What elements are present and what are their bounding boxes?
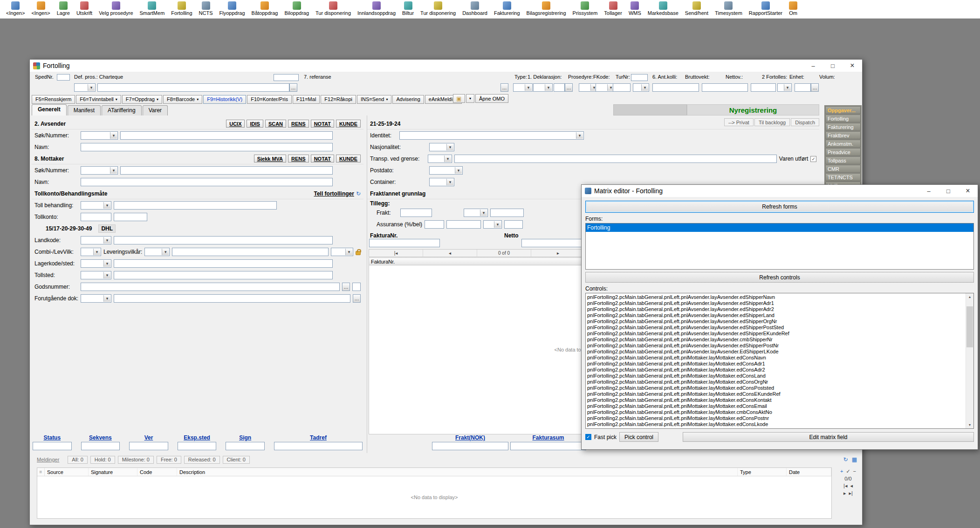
toolbar-item[interactable]: <Ingen> [3,1,28,16]
enhet-combo[interactable] [777,83,792,92]
fakturasum-header[interactable]: Fakturasum [532,434,564,441]
status-column-input[interactable] [129,442,168,450]
frakt-valuta-combo[interactable] [464,209,488,217]
refresh-controls-button[interactable]: Refresh controls [585,272,974,283]
mottaker-action-button[interactable]: RENS [288,155,309,162]
prosedyre-browse-button[interactable] [565,83,573,92]
function-key-button[interactable]: F5=Rensskjerm [32,95,75,104]
refresh-forms-button[interactable]: Refresh forms [585,201,974,213]
refresh-icon[interactable] [843,456,848,463]
forutgaende-input[interactable] [114,294,350,303]
controls-list-item[interactable]: pnlFortolling2.pcMain.tabGeneral.pnlLeft… [587,373,964,379]
avsender-navn-input[interactable] [81,143,333,151]
toolbar-item[interactable]: Flyoppdrag [216,1,248,16]
tell-fortollinger-link[interactable]: Tell fortollinger [314,190,354,197]
minimize-button[interactable] [803,60,823,72]
controls-list-item[interactable]: pnlFortolling2.pcMain.tabGeneral.pnlLeft… [587,427,964,429]
sidebar-item[interactable]: Oppgaver... [825,106,861,114]
avsender-action-button[interactable]: KUNDE [336,120,361,128]
edit-matrix-field-button[interactable]: Edit matrix field [683,432,974,442]
assuranse-nok-input[interactable] [504,220,523,229]
container-combo[interactable] [429,178,454,186]
controls-list[interactable]: pnlFortolling2.pcMain.tabGeneral.pnlLeft… [585,293,974,429]
controls-list-item[interactable]: pnlFortolling2.pcMain.tabGeneral.pnlLeft… [587,421,964,427]
leveringsvilkar-combo[interactable] [144,248,170,256]
assuranse-valuta-combo[interactable] [483,220,502,229]
status-column-header[interactable]: Eksp.sted [184,434,210,441]
meldinger-filter-button[interactable]: Free: 0 [157,456,181,464]
toolbar-item[interactable]: Dashboard [459,1,491,16]
forms-list[interactable]: Fortolling [585,223,974,270]
turnr-input[interactable] [631,74,648,81]
controls-list-item[interactable]: pnlFortolling2.pcMain.tabGeneral.pnlLeft… [587,355,964,361]
toolbar-item[interactable]: Velg prosedyre [96,1,136,16]
nav-next-icon[interactable] [843,490,846,496]
maximize-button[interactable] [823,60,843,72]
tollsted-combo[interactable] [81,271,111,279]
controls-list-item[interactable]: pnlFortolling2.pcMain.tabGeneral.pnlLeft… [587,403,964,409]
controls-list-item[interactable]: pnlFortolling2.pcMain.tabGeneral.pnlLeft… [587,331,964,337]
frakt-belop-input[interactable] [400,209,432,217]
bruttovekt-input[interactable] [652,83,699,92]
mottaker-nummer-combo[interactable] [81,166,118,175]
function-key-button[interactable]: F9=Historikk(V) [203,95,246,104]
nav-prev-icon[interactable] [850,483,853,489]
meldinger-filter-button[interactable]: Released: 0 [184,456,220,464]
sidebar-item[interactable]: Tollpass [825,156,861,164]
function-key-button[interactable]: F6=Tvinntabell [76,95,121,104]
status-column-header[interactable]: Status [43,434,61,441]
columns-icon[interactable] [852,456,857,463]
controls-list-item[interactable]: pnlFortolling2.pcMain.tabGeneral.pnlLeft… [587,343,964,349]
toolbar-item[interactable]: Bilagsregistrering [523,1,569,16]
avsender-action-button[interactable]: IDIS [247,120,263,128]
toolbar-item[interactable]: Fortolling [168,1,195,16]
scrollbar-thumb[interactable] [966,306,973,347]
apne-omo-button[interactable]: Åpne OMO [475,94,508,103]
toolbar-item[interactable]: Send/hent [682,1,712,16]
maximize-button[interactable] [939,185,958,197]
controls-list-item[interactable]: pnlFortolling2.pcMain.tabGeneral.pnlLeft… [587,385,964,391]
sidebar-item[interactable]: Fraktbrev [825,131,861,139]
function-key-button[interactable]: Advisering [392,95,424,104]
toolbar-item[interactable]: NCTS [196,1,216,16]
controls-scrollbar[interactable]: ▴ ▾ [966,293,973,428]
volum-browse-button[interactable] [811,83,819,92]
defpros-browse-button[interactable] [289,83,297,92]
mottaker-sok-input[interactable] [120,166,333,175]
mottaker-action-button[interactable]: Sjekk MVA [254,155,286,162]
status-column-input[interactable] [226,442,265,450]
minus-icon[interactable] [853,468,856,474]
message-column-header[interactable]: Date [787,468,831,476]
status-column-header[interactable]: Tadref [310,434,327,441]
omo-dropdown-button[interactable]: ▾ [466,94,474,103]
toolbar-item[interactable]: Utskrift [73,1,96,16]
controls-list-item[interactable]: pnlFortolling2.pcMain.tabGeneral.pnlLeft… [587,379,964,385]
function-key-button[interactable]: F12=Råkopi [321,95,356,104]
combi-combo[interactable] [81,248,101,256]
transp-grense-input[interactable] [454,155,777,163]
toolbar-item[interactable]: SmartMem [137,1,168,16]
toolbar-item[interactable]: Biltur [399,1,417,16]
close-button[interactable] [843,60,862,72]
meldinger-filter-button[interactable]: All: 0 [68,456,87,464]
spednr-input[interactable] [57,74,70,81]
sidebar-item[interactable]: Fakturering [825,123,861,131]
toolbar-item[interactable]: Markedsbase [644,1,682,16]
tab[interactable]: ATariffering [102,105,142,115]
message-column-header[interactable]: Signature [89,468,137,476]
sidebar-item[interactable]: Fortolling [825,115,861,122]
prosedyre-input[interactable] [554,83,565,92]
toolbar-item[interactable]: Prissystem [569,1,601,16]
controls-list-item[interactable]: pnlFortolling2.pcMain.tabGeneral.pnlLeft… [587,361,964,367]
tollsted-input[interactable] [114,271,333,279]
assuranse-prosent-input[interactable] [425,220,444,229]
toolbar-item[interactable]: Fakturering [491,1,523,16]
meldinger-filter-button[interactable]: Milestone: 0 [118,456,154,464]
controls-list-item[interactable]: pnlFortolling2.pcMain.tabGeneral.pnlLeft… [587,337,964,343]
controls-list-item[interactable]: pnlFortolling2.pcMain.tabGeneral.pnlLeft… [587,367,964,373]
message-column-header[interactable]: Type [738,468,787,476]
avsender-nummer-combo[interactable] [81,131,118,140]
type-combo[interactable] [513,83,533,92]
toolbar-item[interactable]: Tur disponering [417,1,459,16]
sidebar-item[interactable]: Preadvice [825,148,861,156]
